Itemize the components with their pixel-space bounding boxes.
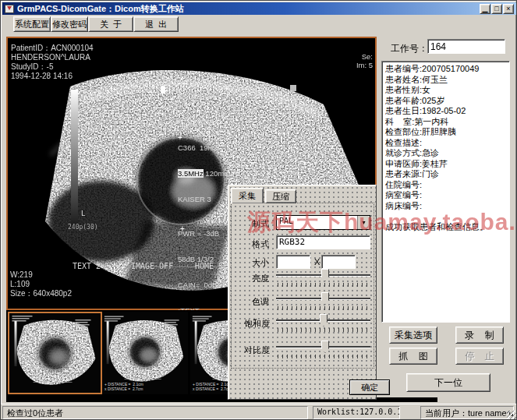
thumbnail-2-measurements: + DISTANCE = 2.1cmx DISTANCE = 2.7cm [104, 382, 143, 391]
size-width-input[interactable] [276, 255, 310, 269]
worklist-number-label: 工作号： [391, 42, 428, 55]
contrast-slider[interactable] [276, 340, 370, 360]
distance-2: x DISTANCE = 2.7cm [193, 386, 232, 391]
video-standard-combo[interactable]: PAL ▼ [276, 215, 370, 230]
maximize-icon: □ [494, 5, 498, 12]
tab-compress[interactable]: 压缩 [265, 189, 296, 203]
overlay-probe-freq: 3.5MHz 120mm [178, 169, 230, 178]
brightness-slider[interactable] [276, 268, 370, 288]
minimize-icon: ▁ [483, 5, 488, 12]
system-config-label: 系统配置 [15, 19, 49, 30]
brightness-thumb[interactable] [321, 269, 329, 281]
overlay-patient-name: HENDERSON^LAURA [11, 53, 94, 62]
hue-ticks [278, 306, 369, 310]
status-message: 检查过0位患者 [2, 406, 308, 419]
overlay-study-datetime: 1994-12-28 14:16 [11, 72, 94, 81]
status-bar: 检查过0位患者 Worklist:127.0.0.1/104 当前用户：ture… [1, 404, 517, 420]
format-input[interactable]: RGB32 [276, 235, 370, 249]
divider-bar [377, 397, 437, 402]
resize-grip-icon[interactable] [507, 411, 516, 420]
saturation-thumb[interactable] [320, 314, 328, 326]
capture-options-button[interactable]: 采集选项 [389, 326, 437, 344]
probe-frequency-highlight: 3.5MHz [178, 169, 204, 178]
home-set-label: HOME SET [195, 262, 232, 270]
dropdown-arrow-icon[interactable]: ▼ [357, 216, 370, 229]
title-bar[interactable]: GrmPACS-DicomGate：Dicom转换工作站 ▁ □ × [2, 2, 516, 15]
worklist-number-input[interactable] [427, 39, 505, 54]
tab-capture-label: 采集 [239, 190, 256, 202]
grayscale-bar [71, 90, 78, 228]
size-height-input[interactable] [321, 255, 356, 269]
window-title: GrmPACS-DicomGate：Dicom转换工作站 [17, 3, 184, 15]
overlay-date: 28-DEC-94 [178, 92, 230, 101]
app-icon [5, 5, 14, 13]
window-value: W:219 [10, 270, 72, 280]
system-config-button[interactable]: 系统配置 [13, 16, 51, 32]
overlay-gain: CAIN= 0dB [178, 281, 230, 289]
frame-rate-label: 240p(30) [68, 224, 98, 231]
hue-label: 色调 [252, 296, 269, 308]
snapshot-label: 抓 图 [398, 350, 427, 363]
about-label: 关 于 [100, 19, 122, 30]
overlay-power: PWR = -3dB [178, 229, 230, 238]
overlay-study-id: StudyID：-5 [11, 62, 94, 72]
patient-info-box[interactable]: 患者编号:200705170049 患者姓名:何玉兰 患者性别:女 患者年龄:0… [381, 61, 510, 323]
exit-button[interactable]: 退 出 [133, 16, 179, 32]
close-button[interactable]: × [503, 4, 514, 14]
ok-button[interactable]: 确定 [349, 379, 390, 395]
size-separator-label: X [314, 257, 320, 266]
brightness-label: 亮度 [252, 273, 269, 284]
tab-capture[interactable]: 采集 [231, 188, 264, 203]
change-password-label: 修改密码 [52, 19, 87, 30]
thumbnail-1-image [9, 313, 101, 393]
size-label: 大小 [252, 257, 269, 269]
thumbnail-3-measurements: + DISTANCE = 2.1cmx DISTANCE = 2.7cm [193, 382, 232, 391]
image-off-label: IMAGE OFF [131, 262, 173, 270]
video-standard-label: 制式 [252, 218, 269, 230]
ok-label: 确定 [361, 382, 378, 394]
window-level-overlay: W:219 L:109 Size：640x480p2 [10, 270, 72, 298]
hue-thumb[interactable] [321, 292, 329, 305]
current-user-status: 当前用户：ture name us1 [420, 406, 514, 419]
video-standard-value: PAL [277, 216, 357, 229]
saturation-label: 饱和度 [244, 318, 270, 330]
record-button[interactable]: 录 制 [455, 326, 504, 344]
thumbnail-2[interactable]: + DISTANCE = 2.1cmx DISTANCE = 2.7cm [102, 312, 188, 394]
overlay-probe-model: C366 19HZ [178, 143, 230, 152]
capture-options-label: 采集选项 [395, 329, 432, 342]
capture-settings-dialog: 采集 压缩 制式 PAL ▼ 格式 RGB32 大小 X 亮度 色调 饱和度 [228, 185, 377, 400]
record-label: 录 制 [465, 329, 494, 342]
series-label: Se: [342, 52, 373, 61]
contrast-ticks [278, 355, 369, 358]
level-value: L:109 [10, 280, 72, 289]
minimize-button[interactable]: ▁ [480, 4, 490, 14]
acquisition-overlay: 28-DEC-94 02:21:12PM C366 19HZ 3.5MHz 12… [178, 75, 230, 332]
saturation-slider[interactable] [276, 313, 370, 334]
tab-compress-label: 压缩 [272, 191, 289, 203]
thumbnail-1[interactable] [8, 312, 102, 394]
size-value: Size：640x480p2 [10, 289, 72, 298]
probe-depth: 120mm [204, 169, 230, 178]
next-patient-button[interactable]: 下一位 [406, 373, 490, 392]
close-icon: × [506, 5, 510, 12]
brightness-ticks [278, 283, 369, 287]
worklist-status: Worklist:127.0.0.1/104 [313, 406, 400, 419]
snapshot-button[interactable]: 抓 图 [389, 348, 437, 365]
stop-label: 停 止 [465, 350, 494, 363]
overlay-preset: KAISER 3 [178, 195, 230, 203]
saturation-ticks [278, 328, 369, 332]
overlay-patient-id: PatientID：ACN000104 [11, 44, 94, 53]
about-button[interactable]: 关 于 [88, 16, 133, 32]
series-overlay: Se: Im: 5 [342, 52, 373, 69]
app-window: GrmPACS-DicomGate：Dicom转换工作站 ▁ □ × 系统配置 … [0, 0, 517, 420]
contrast-thumb[interactable] [321, 341, 329, 353]
thumbnail-2-image [102, 312, 188, 391]
image-number: Im: 5 [342, 61, 373, 69]
overlay-time: 02:21:12PM [178, 118, 230, 126]
exit-label: 退 出 [145, 19, 167, 30]
distance-2: x DISTANCE = 2.7cm [104, 386, 143, 391]
change-password-button[interactable]: 修改密码 [51, 16, 88, 32]
maximize-button[interactable]: □ [491, 4, 502, 14]
stop-button[interactable]: 停 止 [455, 348, 504, 365]
hue-slider[interactable] [276, 291, 370, 312]
